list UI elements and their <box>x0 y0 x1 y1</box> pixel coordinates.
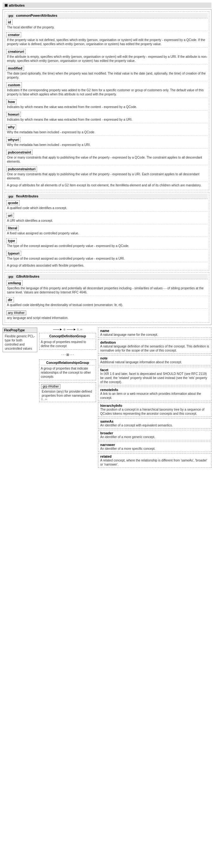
prop-hierarchyinfo-desc: The position of a concept in a hierarchi… <box>100 408 205 415</box>
page-title-bar: ▣ attributes <box>3 2 211 8</box>
prop-narrower-concept: narrower An identifier of a more specifi… <box>98 441 211 452</box>
prop-dir: dir A qualified code identifying the dir… <box>6 297 208 307</box>
prop-remoteinfo-desc: A link to an item or a web resource whic… <box>100 392 201 400</box>
prop-facet-label: facet <box>100 368 209 372</box>
common-power-attributes-name: commonPowerAttributes <box>16 13 58 18</box>
prop-uri-desc: A URI which identifies a concept. <box>7 219 208 223</box>
prop-sameas-label: sameAs <box>100 420 209 423</box>
concept-relationships-group-title: ConceptRelationshipsGroup <box>41 361 94 366</box>
concept-relationships-group-desc: A group of properties that indicate rela… <box>41 366 94 379</box>
prop-howuri: howuri Indicates by which means the valu… <box>6 112 208 122</box>
attributes-box: grp commonPowerAttributes id The local i… <box>3 9 211 325</box>
prop-how: how Indicates by which means the value w… <box>6 99 208 109</box>
prop-modified-desc: The date (and optionally, the time) when… <box>7 71 208 80</box>
prop-creator-name: creator <box>6 32 21 37</box>
page-title: attributes <box>9 3 25 7</box>
prop-uri: uri A URI which identifies a concept. <box>6 213 208 223</box>
connect-icon: ⋯■⋯ <box>61 352 74 357</box>
prop-literal: literal A fixed value assigned as contro… <box>6 225 208 235</box>
prop-modified-name: modified <box>6 66 24 71</box>
i18n-attributes-group: grp i18nAttributes xmllang Specifies the… <box>5 272 209 323</box>
page-container: ▣ attributes grp commonPowerAttributes i… <box>0 0 214 470</box>
concept-relationships-group-box: ConceptRelationshipsGroup A group of pro… <box>39 360 96 380</box>
prop-note-desc: Additional natural language information … <box>100 361 182 364</box>
prop-group-attr-note-desc: A group of attributes for all elements o… <box>7 183 208 187</box>
prop-sameas-concept: sameAs An identifier of a concept with e… <box>98 418 211 429</box>
prop-id-name: id <box>6 20 13 25</box>
prop-type: type The type of the concept assigned as… <box>6 238 208 248</box>
flex-prop-type-desc: Flexible generic PCL-type for both contr… <box>5 334 36 351</box>
prop-pubconstraint-name: pubconstraint <box>6 150 33 155</box>
prop-related-label: related <box>100 455 209 458</box>
prop-why-name: why <box>6 124 16 129</box>
prop-broader-label: broader <box>100 431 209 435</box>
prop-pubconstrainturi-name: pubconstrainturi <box>6 166 37 172</box>
flex-attributes-group: grp flexAttributes qcode A qualified cod… <box>5 192 209 270</box>
prop-xmllang-name: xmllang <box>6 280 23 285</box>
prop-narrower-label: narrower <box>100 443 209 446</box>
connector-right-icon: ——► <box>67 328 76 331</box>
extension-desc: Extension (any) for provider-defined pro… <box>42 390 94 398</box>
connector-area-top: ——► ⊕ ——► 0..∞ <box>39 328 96 331</box>
prop-related-desc: A related concept, where the relationshi… <box>100 459 207 466</box>
prop-any-other: any ##other any language and script rela… <box>6 310 208 320</box>
grp-tag-common: grp <box>8 14 14 18</box>
extension-box: grp ##other Extension (any) for provider… <box>39 382 96 402</box>
flex-attributes-name: flexAttributes <box>16 194 38 198</box>
prop-howuri-name: howuri <box>6 112 21 117</box>
concept-groups-section: ——► ⊕ ——► 0..∞ ConceptDefinitionGroup A … <box>39 328 96 402</box>
prop-why: why Why the metadata has been included -… <box>6 124 208 134</box>
prop-broader-desc: An identifier of a more generic concept. <box>100 435 155 439</box>
grp-tag-flex: grp <box>8 195 14 198</box>
prop-pubconstraint-desc: One or many constraints that apply to pu… <box>7 155 208 164</box>
flex-attributes-header: grp flexAttributes <box>6 194 208 199</box>
prop-narrower-desc: An identifier of a more specific concept… <box>100 447 155 451</box>
connector-between-groups: ⋯■⋯ <box>39 351 96 358</box>
prop-flex-group-note-desc: A group of attributes associated with fl… <box>7 264 208 268</box>
prop-hierarchyinfo-concept: hierarchyInfo The position of a concept … <box>98 402 211 417</box>
prop-howuri-desc: Indicates by which means the value was e… <box>7 118 208 122</box>
flex-prop-type-section: FlexPropType Flexible generic PCL-type f… <box>3 328 37 352</box>
prop-custom-desc: Indicates if the corresponding property … <box>7 88 208 96</box>
concept-definition-group-desc: A group of properties required to define… <box>41 340 94 348</box>
prop-qcode: qcode A qualified code which identifies … <box>6 200 208 210</box>
prop-pubconstrainturi: pubconstrainturi One or many constraints… <box>6 166 208 180</box>
prop-whyuri-desc: Why the metadata has been included - exp… <box>7 143 208 147</box>
prop-qcode-desc: A qualified code which identifies a conc… <box>7 206 208 210</box>
prop-typeuri: typeuri The type of the concept assigned… <box>6 251 208 260</box>
prop-creator: creator If the property value is not def… <box>6 32 208 46</box>
prop-facet-desc: In IXR 1.6 and later, facet is deprecate… <box>100 372 207 384</box>
prop-pubconstrainturi-desc: One or many constraints that apply to pu… <box>7 172 208 180</box>
prop-group-attr-note: A group of attributes for all elements o… <box>6 183 208 187</box>
connector-mult: ⊕ <box>63 328 66 331</box>
prop-definition-concept: definition A natural language definition… <box>98 339 211 354</box>
prop-remoteinfo-label: remoteInfo <box>100 388 209 392</box>
i18n-attributes-name: i18nAttributes <box>16 275 39 278</box>
prop-pubconstraint: pubconstraint One or many constraints th… <box>6 150 208 164</box>
flex-prop-type-body: Flexible generic PCL-type for both contr… <box>3 333 37 352</box>
prop-creatoruri-name: creatoruri <box>6 49 26 54</box>
attributes-icon: ▣ <box>4 3 8 7</box>
prop-literal-name: literal <box>6 225 19 230</box>
prop-qcode-name: qcode <box>6 200 20 205</box>
prop-hierarchyinfo-label: hierarchyInfo <box>100 404 209 407</box>
connector-mult2: 0..∞ <box>77 328 82 331</box>
prop-typeuri-desc: The type of the concept assigned as cont… <box>7 256 208 260</box>
prop-note-label: note <box>100 356 209 360</box>
extension-badge: grp ##other <box>41 384 60 389</box>
prop-creatoruri: creatoruri If the attribute is empty, sp… <box>6 49 208 63</box>
prop-creator-desc: If the property value is not defined, sp… <box>7 38 208 46</box>
bottom-layout: FlexPropType Flexible generic PCL-type f… <box>3 328 211 468</box>
prop-id: id The local identifier of the property. <box>6 20 208 29</box>
prop-sameas-desc: An identifier of a concept with equivale… <box>100 424 173 427</box>
prop-creatoruri-desc: If the attribute is empty, specifies whi… <box>7 55 208 63</box>
concept-props-list: name A natural language name for the con… <box>98 328 211 468</box>
prop-typeuri-name: typeuri <box>6 251 21 256</box>
prop-dir-name: dir <box>6 297 14 302</box>
prop-id-desc: The local identifier of the property. <box>7 25 208 29</box>
prop-xmllang-desc: Specifies the language of this property … <box>7 286 208 294</box>
prop-how-desc: Indicates by which means the value was e… <box>7 105 208 109</box>
prop-why-desc: Why the metadata has been included - exp… <box>7 130 208 134</box>
any-other-badge: any ##other <box>6 310 26 315</box>
prop-dir-desc: A qualified code identifying the directi… <box>7 303 208 307</box>
